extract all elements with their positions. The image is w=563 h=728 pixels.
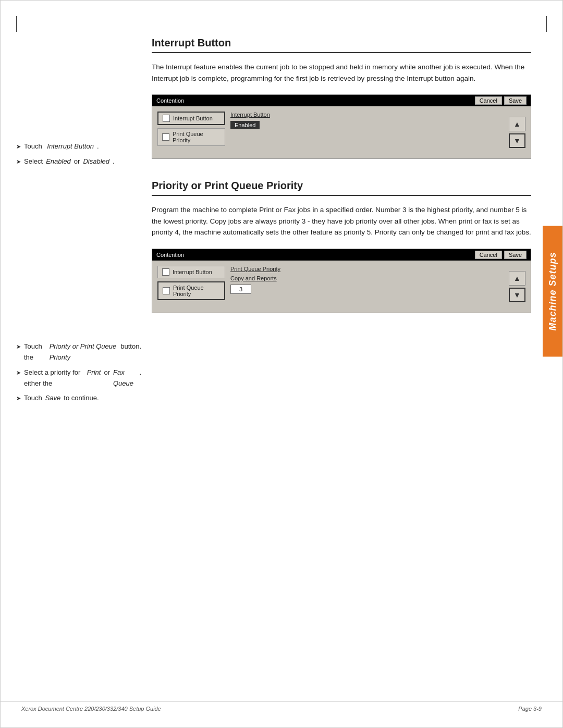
- priority-detail-title: Print Queue Priority: [230, 266, 498, 272]
- list-item-print-queue-1[interactable]: Print Queue Priority: [157, 128, 225, 146]
- priority-panel-detail: Print Queue Priority Copy and Reports 3: [230, 266, 498, 307]
- interrupt-detail-title: Interrupt Button: [230, 112, 498, 118]
- interrupt-scroll-up[interactable]: ▲: [509, 117, 525, 131]
- bullet-select-enabled-disabled: Select Enabled or Disabled.: [16, 156, 141, 167]
- ui-panel-priority-body: Interrupt Button Print Queue Priority Pr…: [152, 261, 531, 313]
- machine-setups-tab[interactable]: Machine Setups: [543, 226, 562, 356]
- bullet-touch-priority: Touch the Priority or Print Queue Priori…: [16, 341, 141, 363]
- section2-body: Program the machine to complete Print or…: [152, 204, 531, 238]
- interrupt-button-checkbox[interactable]: [163, 115, 170, 122]
- priority-panel-list: Interrupt Button Print Queue Priority: [157, 266, 225, 307]
- side-tab-label: Machine Setups: [547, 252, 558, 330]
- list-item-interrupt-label: Interrupt Button: [173, 115, 213, 121]
- list-item-print-queue-1-label: Print Queue Priority: [173, 131, 221, 143]
- interrupt-scroll-down[interactable]: ▼: [509, 133, 525, 148]
- interrupt-scroll: ▲ ▼: [509, 112, 525, 153]
- list-item-print-queue-2[interactable]: Print Queue Priority: [157, 281, 225, 300]
- bullet-touch-interrupt: Touch Interrupt Button.: [16, 141, 141, 152]
- priority-detail-sub: Copy and Reports: [230, 275, 498, 281]
- interrupt-panel-save-button[interactable]: Save: [504, 96, 527, 105]
- ui-panel-interrupt: Contention Cancel Save Inter: [152, 94, 531, 159]
- list-item-print-queue-2-label: Print Queue Priority: [173, 285, 220, 297]
- page-footer: Xerox Document Centre 220/230/332/340 Se…: [1, 701, 562, 712]
- ui-panel-priority: Contention Cancel Save Inter: [152, 249, 531, 313]
- section2-heading: Priority or Print Queue Priority: [152, 180, 531, 196]
- priority-scroll-up[interactable]: ▲: [509, 271, 525, 286]
- priority-panel-save-button[interactable]: Save: [504, 251, 527, 259]
- section1-body: The Interrupt feature enables the curren…: [152, 61, 531, 84]
- ui-panel-interrupt-body: Interrupt Button Print Queue Priority In…: [152, 106, 531, 158]
- priority-scroll: ▲ ▼: [509, 266, 525, 307]
- ui-panel-interrupt-title: Contention: [156, 97, 184, 104]
- priority-panel-cancel-button[interactable]: Cancel: [475, 251, 502, 259]
- interrupt-button-2-checkbox[interactable]: [162, 268, 169, 276]
- priority-scroll-down[interactable]: ▼: [509, 288, 525, 302]
- interrupt-panel-list: Interrupt Button Print Queue Priority: [157, 112, 225, 153]
- bullet-touch-save: Touch Save to continue.: [16, 393, 141, 404]
- list-item-interrupt-button[interactable]: Interrupt Button: [157, 112, 225, 125]
- ui-panel-interrupt-header: Contention Cancel Save: [152, 95, 531, 106]
- section1-heading: Interrupt Button: [152, 37, 531, 53]
- interrupt-panel-detail: Interrupt Button Enabled: [230, 112, 498, 153]
- footer-right: Page 3-9: [518, 706, 542, 712]
- interrupt-panel-cancel-button[interactable]: Cancel: [475, 96, 502, 105]
- print-queue-1-checkbox[interactable]: [162, 133, 169, 141]
- list-item-interrupt-button-2[interactable]: Interrupt Button: [157, 266, 225, 278]
- bullet-select-priority: Select a priority for either the Print o…: [16, 367, 141, 389]
- ui-panel-priority-title: Contention: [156, 252, 184, 258]
- interrupt-detail-value: Enabled: [230, 121, 260, 129]
- ui-panel-priority-header: Contention Cancel Save: [152, 249, 531, 261]
- priority-detail-value[interactable]: 3: [230, 285, 251, 294]
- print-queue-2-checkbox[interactable]: [163, 287, 170, 294]
- footer-left: Xerox Document Centre 220/230/332/340 Se…: [21, 706, 161, 712]
- list-item-interrupt-label-2: Interrupt Button: [173, 269, 212, 275]
